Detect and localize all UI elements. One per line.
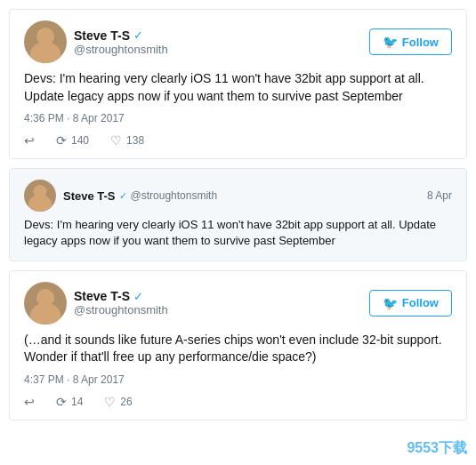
reply-icon-2: ↩ [24, 395, 35, 409]
quoted-avatar [24, 180, 56, 212]
tweet-text-2: (…and it sounds like future A-series chi… [24, 332, 452, 366]
twitter-bird-icon-1: 🐦 [383, 35, 398, 49]
avatar-1 [24, 20, 67, 63]
tweet-header-left-1: Steve T-S ✓ @stroughtonsmith [24, 20, 168, 63]
quoted-date: 8 Apr [427, 189, 452, 202]
quoted-tweet-card: Steve T-S ✓ @stroughtonsmith 8 Apr Devs:… [9, 168, 467, 261]
like-count-2: 26 [120, 396, 132, 408]
verified-icon-2: ✓ [133, 290, 143, 303]
quoted-user-row: Steve T-S ✓ @stroughtonsmith 8 Apr [63, 189, 452, 203]
user-handle-2: @stroughtonsmith [74, 303, 168, 317]
twitter-bird-icon-2: 🐦 [383, 296, 398, 310]
user-handle-1: @stroughtonsmith [74, 43, 168, 56]
user-name-2: Steve T-S [74, 289, 130, 303]
verified-icon-1: ✓ [133, 28, 143, 42]
quoted-user-info: Steve T-S ✓ @stroughtonsmith [63, 189, 217, 203]
tweet-header-2: Steve T-S ✓ @stroughtonsmith 🐦 Follow [24, 282, 452, 325]
like-icon-1: ♡ [110, 133, 122, 148]
quoted-tweet-text: Devs: I'm hearing very clearly iOS 11 wo… [24, 217, 452, 249]
retweet-count-2: 14 [71, 396, 83, 408]
tweet-actions-2: ↩ ⟳ 14 ♡ 26 [24, 395, 452, 409]
tweet-card-2: Steve T-S ✓ @stroughtonsmith 🐦 Follow (…… [9, 270, 467, 421]
tweet-text-1: Devs: I'm hearing very clearly iOS 11 wo… [24, 70, 452, 105]
reply-button-2[interactable]: ↩ [24, 395, 35, 409]
retweet-count-1: 140 [71, 134, 89, 147]
tweet-actions-1: ↩ ⟳ 140 ♡ 138 [24, 133, 452, 148]
avatar-2 [24, 282, 67, 325]
user-name-row-1: Steve T-S ✓ [74, 28, 168, 43]
like-button-2[interactable]: ♡ 26 [104, 395, 132, 409]
watermark: 9553下载 [407, 439, 467, 458]
tweet-card-1: Steve T-S ✓ @stroughtonsmith 🐦 Follow De… [9, 9, 467, 159]
follow-button-1[interactable]: 🐦 Follow [369, 28, 452, 55]
follow-label-2: Follow [402, 296, 439, 309]
retweet-icon-1: ⟳ [56, 133, 67, 148]
user-name-1: Steve T-S [74, 28, 130, 43]
retweet-icon-2: ⟳ [56, 395, 67, 409]
retweet-button-2[interactable]: ⟳ 14 [56, 395, 83, 409]
like-count-1: 138 [126, 134, 144, 147]
user-info-1: Steve T-S ✓ @stroughtonsmith [74, 28, 168, 56]
follow-button-2[interactable]: 🐦 Follow [369, 290, 452, 317]
tweet-time-1: 4:36 PM · 8 Apr 2017 [24, 112, 452, 124]
quoted-verified-icon: ✓ [119, 190, 127, 202]
tweet-time-2: 4:37 PM · 8 Apr 2017 [24, 373, 452, 386]
quoted-tweet-header: Steve T-S ✓ @stroughtonsmith 8 Apr [24, 180, 452, 212]
follow-label-1: Follow [402, 36, 439, 49]
reply-icon-1: ↩ [24, 133, 35, 148]
quoted-user-handle: @stroughtonsmith [131, 189, 218, 202]
reply-button-1[interactable]: ↩ [24, 133, 35, 148]
user-name-row-2: Steve T-S ✓ [74, 289, 168, 303]
quoted-user-name: Steve T-S [63, 189, 116, 203]
user-info-2: Steve T-S ✓ @stroughtonsmith [74, 289, 168, 317]
like-icon-2: ♡ [104, 395, 116, 409]
like-button-1[interactable]: ♡ 138 [110, 133, 144, 148]
tweet-header-1: Steve T-S ✓ @stroughtonsmith 🐦 Follow [24, 20, 452, 63]
tweet-header-left-2: Steve T-S ✓ @stroughtonsmith [24, 282, 168, 325]
retweet-button-1[interactable]: ⟳ 140 [56, 133, 89, 148]
